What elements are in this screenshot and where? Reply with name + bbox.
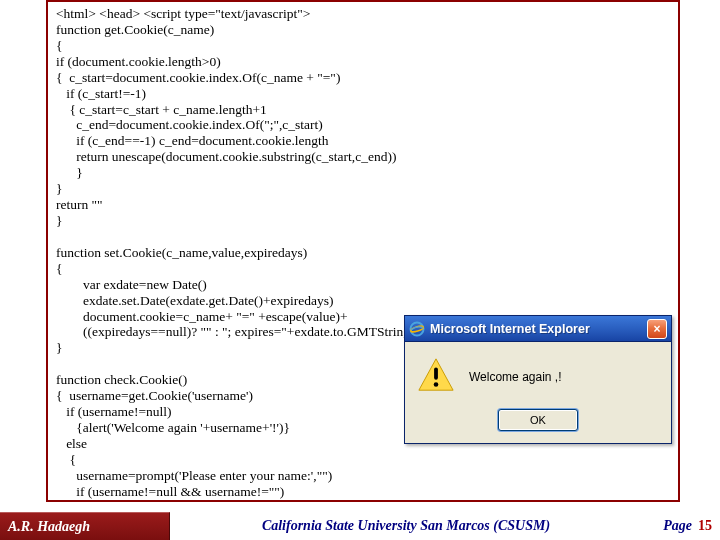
page-label: Page xyxy=(663,518,692,534)
page-number: 15 xyxy=(698,518,712,534)
footer-author: A.R. Hadaegh xyxy=(0,512,170,540)
warning-icon xyxy=(417,356,455,397)
footer-page: Page 15 xyxy=(642,512,720,540)
svg-point-4 xyxy=(434,382,439,387)
close-button[interactable]: × xyxy=(647,319,667,339)
dialog-title: Microsoft Internet Explorer xyxy=(430,322,647,336)
ok-button[interactable]: OK xyxy=(498,409,578,431)
dialog-message: Welcome again ,! xyxy=(469,370,659,384)
dialog-button-row: OK xyxy=(405,403,671,443)
alert-dialog: Microsoft Internet Explorer × Welcome ag… xyxy=(404,315,672,444)
ie-icon xyxy=(409,321,425,337)
dialog-body: Welcome again ,! xyxy=(405,342,671,403)
slide-footer: A.R. Hadaegh California State University… xyxy=(0,512,720,540)
slide: <html> <head> <script type="text/javascr… xyxy=(0,0,720,540)
svg-rect-3 xyxy=(434,367,438,379)
dialog-titlebar: Microsoft Internet Explorer × xyxy=(405,316,671,342)
footer-university: California State University San Marcos (… xyxy=(170,512,642,540)
